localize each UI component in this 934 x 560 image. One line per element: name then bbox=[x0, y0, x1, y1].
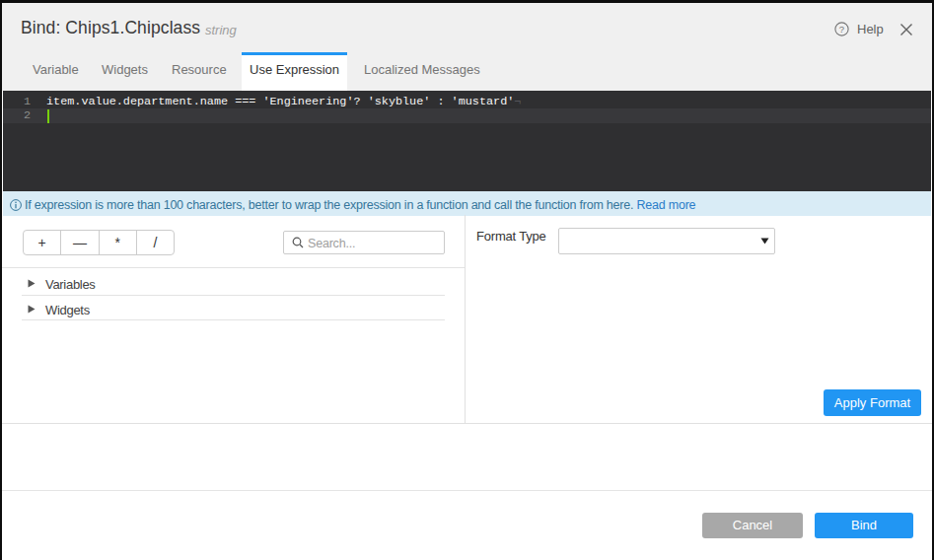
svg-text:?: ? bbox=[839, 24, 844, 35]
